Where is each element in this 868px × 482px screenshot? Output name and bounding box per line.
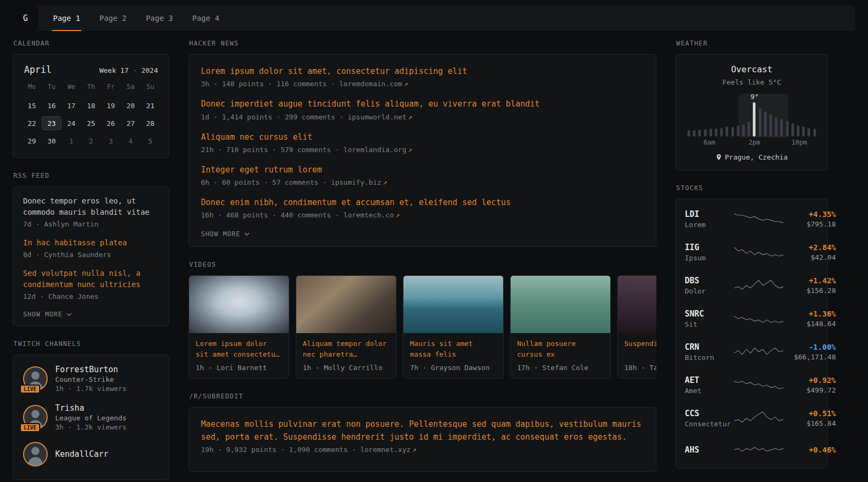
stock-sparkline	[734, 277, 783, 293]
stock-name: Ipsum	[685, 254, 734, 262]
weather-bar	[742, 124, 745, 137]
chevron-down-icon	[244, 232, 250, 236]
twitch-channel[interactable]: LIVE ForrestBurton Counter-Strike 1h · 1…	[23, 365, 159, 393]
rss-item-title[interactable]: In hac habitasse platea	[23, 237, 159, 248]
hn-item-title[interactable]: Donec imperdiet augue tincidunt felis al…	[201, 98, 644, 110]
hn-item: Integer eget rutrum lorem 6h · 60 points…	[201, 164, 644, 186]
stock-values: +0.51% $165.84	[783, 409, 836, 427]
video-title[interactable]: Nullam posuere cursus ex	[511, 333, 610, 360]
show-more-button[interactable]: SHOW MORE	[23, 311, 72, 318]
video-title[interactable]: Suspendisse diam	[618, 333, 656, 360]
weather-chart: 9° 6am2pm10pm	[685, 94, 819, 146]
external-link-icon[interactable]: ↗	[404, 80, 408, 88]
calendar-day: 27	[121, 116, 140, 130]
app-logo[interactable]: G	[13, 5, 38, 31]
stock-name: Consectetur	[685, 420, 734, 428]
weather-bar	[759, 108, 761, 137]
tab-page-1[interactable]: Page 1	[43, 5, 90, 31]
video-card[interactable]: Nullam posuere cursus ex 17h · Stefan Co…	[510, 275, 611, 379]
weather-times: 6am2pm10pm	[687, 139, 816, 146]
tab-page-4[interactable]: Page 4	[183, 5, 229, 31]
stock-row[interactable]: DBS Dolor +1.42% $156.28	[685, 269, 819, 302]
stock-row[interactable]: CRN Bitcorn -1.00% $66,171.48	[685, 335, 819, 368]
tab-page-3[interactable]: Page 3	[136, 5, 183, 31]
stock-ticker: AET	[685, 375, 734, 385]
stock-sparkline	[734, 244, 783, 260]
avatar-wrap: LIVE	[23, 366, 48, 391]
video-card[interactable]: Mauris sit amet massa felis 7h · Grayson…	[403, 275, 504, 379]
hn-item-title[interactable]: Integer eget rutrum lorem	[201, 164, 644, 176]
weather-peak-label: 9°	[750, 93, 759, 101]
calendar-header-row: April Week 17 · 2024	[22, 63, 160, 81]
external-link-icon[interactable]: ↗	[408, 146, 413, 154]
stock-row[interactable]: SNRC Sit +1.36% $148.64	[685, 302, 819, 335]
weather-bar	[802, 126, 805, 137]
hn-item-meta: 21h · 710 points · 579 comments · loreml…	[201, 146, 644, 154]
rss-section-title: RSS FEED	[13, 172, 169, 179]
hn-item-title[interactable]: Lorem ipsum dolor sit amet, consectetur …	[201, 65, 644, 78]
stock-row[interactable]: LDI Lorem +4.35% $795.18	[685, 202, 819, 236]
calendar-day: 22	[22, 116, 42, 130]
video-title[interactable]: Lorem ipsum dolor sit amet consectetu…	[189, 333, 289, 360]
hn-item-meta: 3h · 148 points · 116 comments · loremdo…	[201, 80, 644, 88]
subreddit-item-meta: 19h · 9,932 points · 1,090 comments · lo…	[201, 446, 644, 454]
show-more-button[interactable]: SHOW MORE	[201, 230, 250, 238]
video-thumbnail[interactable]	[403, 276, 503, 333]
weather-bar	[807, 128, 810, 137]
video-card[interactable]: Aliquam tempor dolor nec pharetra… 1h · …	[296, 275, 396, 379]
stock-values: +0.46%	[783, 446, 836, 454]
calendar-year: 2024	[141, 66, 158, 74]
video-title[interactable]: Aliquam tempor dolor nec pharetra…	[296, 333, 396, 360]
rss-item-title[interactable]: Donec tempor eros leo, ut commodo mauris…	[23, 195, 159, 218]
twitch-channel[interactable]: LIVE Trisha League of Legends 3h · 1.2k …	[23, 403, 159, 431]
rss-widget: RSS FEED Donec tempor eros leo, ut commo…	[13, 172, 169, 326]
video-thumbnail[interactable]	[296, 276, 396, 333]
video-thumbnail[interactable]	[189, 276, 289, 333]
avatar-wrap	[23, 442, 48, 466]
hn-item-meta: 16h · 468 points · 440 comments · loremt…	[201, 211, 644, 219]
video-thumbnail[interactable]	[618, 276, 656, 333]
hn-section-title: HACKER NEWS	[189, 40, 656, 47]
video-card[interactable]: Suspendisse diam 18h · Tara	[617, 275, 656, 379]
tab-page-2[interactable]: Page 2	[90, 5, 137, 31]
stock-price: $165.84	[783, 419, 836, 427]
stock-row[interactable]: CCS Consectetur +0.51% $165.84	[685, 402, 819, 435]
stock-row[interactable]: IIG Ipsum +2.84% $42.04	[685, 236, 819, 269]
twitch-channel[interactable]: KendallCarr	[23, 442, 159, 466]
hn-item: Aliquam nec cursus elit 21h · 710 points…	[201, 131, 644, 154]
channel-name[interactable]: ForrestBurton	[55, 365, 126, 374]
external-link-icon[interactable]: ↗	[408, 113, 413, 121]
channel-meta: 1h · 1.7k viewers	[55, 385, 126, 393]
channel-name[interactable]: Trisha	[55, 403, 126, 413]
calendar-day: 17	[62, 99, 81, 112]
hn-item-title[interactable]: Donec enim nibh, condimentum et accumsan…	[201, 197, 644, 209]
stock-row[interactable]: AET Amet +0.92% $499.72	[685, 368, 819, 402]
channel-meta: 3h · 1.2k viewers	[55, 423, 126, 431]
weather-bar	[725, 126, 728, 137]
subreddit-item-title[interactable]: Maecenas mollis pulvinar erat non posuer…	[201, 418, 644, 443]
calendar-day-header: Fr	[101, 81, 121, 92]
calendar-day: 2	[81, 134, 101, 148]
page-tabs: Page 1 Page 2 Page 3 Page 4	[43, 5, 229, 31]
weather-bar	[764, 111, 767, 137]
weather-location: Prague, Czechia	[725, 153, 788, 161]
external-link-icon[interactable]: ↗	[395, 211, 400, 219]
stock-row[interactable]: AHS +0.46%	[685, 435, 819, 465]
channel-name[interactable]: KendallCarr	[55, 449, 108, 459]
stock-change: -1.00%	[783, 343, 836, 351]
rss-item-title[interactable]: Sed volutpat nulla nisl, a condimentum n…	[23, 268, 159, 290]
external-link-icon[interactable]: ↗	[383, 178, 387, 186]
stock-change: +4.35%	[783, 210, 836, 219]
calendar-day-selected: 23	[42, 116, 62, 130]
hn-item-title[interactable]: Aliquam nec cursus elit	[201, 131, 644, 144]
hn-card: Lorem ipsum dolor sit amet, consectetur …	[189, 54, 656, 247]
hn-item-meta-text: 16h · 468 points · 440 comments · loremt…	[201, 211, 394, 219]
video-card[interactable]: Lorem ipsum dolor sit amet consectetu… 1…	[189, 275, 289, 379]
video-title[interactable]: Mauris sit amet massa felis	[403, 333, 503, 360]
video-thumbnail[interactable]	[511, 276, 610, 333]
stock-name: Lorem	[685, 221, 734, 229]
hn-item-meta: 1d · 1,414 points · 299 comments · ipsum…	[201, 113, 644, 121]
hn-item: Donec enim nibh, condimentum et accumsan…	[201, 197, 644, 219]
stock-id: SNRC Sit	[685, 309, 734, 328]
external-link-icon[interactable]: ↗	[412, 446, 416, 454]
